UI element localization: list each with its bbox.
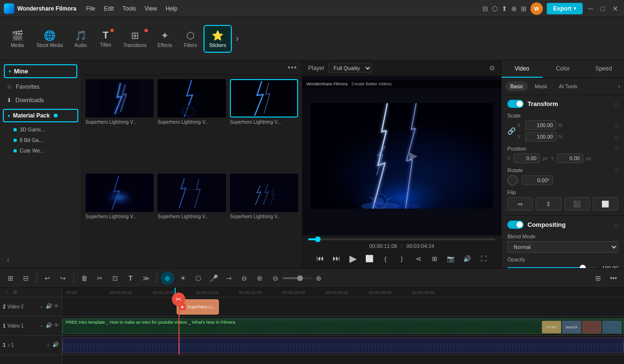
track2-eye[interactable]: 👁	[54, 303, 59, 310]
preview-settings-icon[interactable]: ⚙	[489, 64, 495, 72]
sub-item-cute[interactable]: Cute We...	[10, 145, 81, 156]
loop-btn[interactable]: ⬜	[362, 252, 376, 265]
window-icon-3[interactable]: ⬆	[502, 5, 507, 12]
mark-out-btn[interactable]: }	[395, 252, 408, 265]
audio1-clip[interactable]	[62, 338, 624, 353]
tab-video[interactable]: Video	[502, 60, 542, 78]
flip-v2-btn[interactable]: ⬜	[593, 197, 618, 211]
tl-zoom-out-btn[interactable]: ⊖	[270, 273, 281, 283]
tool-stock-media[interactable]: 🌐 Stock Media	[32, 26, 68, 52]
tl-btn-sub[interactable]: ⊖	[238, 271, 251, 285]
sub-item-8bit[interactable]: 8 Bit Ga...	[10, 135, 81, 145]
snapshot-btn[interactable]: 📷	[444, 252, 457, 265]
scale-x-reset[interactable]: ◇	[614, 122, 618, 129]
tl-btn-shield[interactable]: ⬡	[192, 271, 205, 285]
tl-btn-cut[interactable]: ✂	[93, 271, 107, 285]
pos-x-input[interactable]	[514, 153, 540, 163]
tl-zoom-slider[interactable]	[283, 277, 312, 279]
win-maximize[interactable]: □	[599, 5, 607, 12]
menu-file[interactable]: File	[82, 4, 99, 13]
tl-btn-loop-active[interactable]: ⊕	[161, 271, 174, 285]
flip-h-btn[interactable]: ⇔	[507, 197, 533, 211]
tool-audio[interactable]: 🎵 Audio	[69, 26, 93, 52]
flip-v-btn[interactable]: ⇕	[536, 197, 561, 211]
tl-btn-split[interactable]: ⊸	[222, 271, 236, 285]
tl-btn-crop[interactable]: ⊡	[108, 271, 122, 285]
track1-add[interactable]: ＋	[39, 322, 44, 329]
fullscreen-btn[interactable]: ⛶	[477, 252, 490, 265]
export-button[interactable]: Keyframe Panel Export ▾	[547, 3, 583, 14]
tl-btn-text[interactable]: T	[124, 271, 137, 285]
sub-tab-mask[interactable]: Mask	[530, 82, 552, 91]
tool-transitions[interactable]: ⊞ Transitions	[119, 26, 152, 52]
win-minimize[interactable]: ─	[587, 5, 595, 12]
sub-tab-more[interactable]: ›	[618, 83, 620, 90]
play-btn[interactable]: ▶	[346, 252, 360, 265]
audio1-add[interactable]: ＋	[46, 341, 51, 349]
tl-btn-group[interactable]: ⊟	[19, 271, 33, 285]
sticker-item-2[interactable]: Superhero Lightning V...	[157, 79, 226, 170]
video1-clip[interactable]: FREE Intro template _ How to make an int…	[62, 318, 624, 334]
prev-frame-btn[interactable]: ⏮	[313, 252, 327, 265]
sticker-item-1[interactable]: Superhero Lightning V...	[85, 79, 154, 170]
tl-zoom-in-btn[interactable]: ⊕	[313, 273, 324, 283]
collapse-panel-btn[interactable]: ‹	[7, 255, 10, 265]
audio1-mute[interactable]: 🔊	[52, 341, 59, 349]
tool-media[interactable]: 🎬 Media	[4, 26, 31, 52]
compositing-toggle[interactable]	[507, 221, 524, 229]
sticker-item-6[interactable]: Superhero Lightning V...	[230, 174, 298, 264]
tool-stickers[interactable]: ⭐ Stickers	[204, 25, 232, 53]
user-avatar[interactable]: W	[530, 2, 543, 15]
sticker-item-4[interactable]: Superhero Lightning V...	[85, 174, 154, 264]
compositing-reset-icon[interactable]: ◇	[614, 222, 618, 228]
scale-x-input[interactable]	[525, 120, 556, 130]
tl-btn-undo[interactable]: ↩	[41, 271, 54, 285]
scale-y-reset[interactable]: ◇	[614, 134, 618, 140]
tab-speed[interactable]: Speed	[583, 60, 624, 78]
window-icon-1[interactable]: ⊟	[482, 5, 488, 12]
tool-effects[interactable]: ✦ Effects	[153, 26, 178, 52]
window-icon-2[interactable]: ⬡	[492, 5, 498, 12]
sticker-item-3[interactable]: Superhero Lightning V...	[230, 79, 298, 170]
win-close[interactable]: ✕	[611, 5, 620, 12]
track1-audio[interactable]: 🔊	[46, 322, 52, 329]
track1-eye[interactable]: 👁	[54, 322, 59, 329]
crop-btn[interactable]: ⊞	[428, 252, 441, 265]
opacity-slider[interactable]	[507, 267, 596, 268]
track2-audio[interactable]: 🔊	[46, 303, 52, 310]
content-options-btn[interactable]: •••	[288, 63, 297, 72]
add-track-icon[interactable]: ＋	[4, 289, 9, 296]
rotate-dial[interactable]	[507, 175, 518, 186]
window-icon-4[interactable]: ⊕	[511, 5, 517, 12]
rotate-input[interactable]	[522, 176, 553, 185]
link-scale-icon[interactable]: 🔗	[507, 127, 516, 135]
opacity-thumb[interactable]	[580, 265, 586, 268]
menu-tools[interactable]: Tools	[119, 4, 140, 13]
menu-edit[interactable]: Edit	[100, 4, 118, 13]
tl-settings-btn[interactable]: •••	[607, 271, 620, 285]
progress-bar[interactable]	[308, 238, 495, 240]
tl-btn-sun[interactable]: ☀	[176, 271, 190, 285]
tab-color[interactable]: Color	[542, 60, 583, 78]
tl-grid-btn[interactable]: ⊞	[591, 271, 605, 285]
transform-reset-icon[interactable]: ◇	[614, 101, 618, 107]
favorites-item[interactable]: ☆ Favorites	[0, 80, 81, 94]
tool-titles[interactable]: T Titles	[94, 26, 118, 51]
step-back-btn[interactable]: ⏭	[330, 252, 343, 265]
track2-add[interactable]: ＋	[39, 303, 44, 310]
toolbar-more-btn[interactable]: ›	[233, 34, 241, 44]
volume-btn[interactable]: 🔊	[460, 252, 474, 265]
video2-clip[interactable]: ▶ Superhero Li...	[177, 299, 219, 315]
blend-mode-select[interactable]: Normal Multiply Screen Overlay	[507, 241, 618, 253]
material-pack-section[interactable]: ▾ Material Pack	[3, 109, 78, 122]
tl-btn-more2[interactable]: ≫	[139, 271, 153, 285]
tl-btn-tag[interactable]: ⊛	[253, 271, 266, 285]
mark-in-btn[interactable]: {	[379, 252, 392, 265]
tl-btn-delete[interactable]: 🗑	[78, 271, 91, 285]
sub-item-3d[interactable]: 3D Gami...	[10, 124, 81, 135]
sticker-item-5[interactable]: Superhero Lightning V...	[157, 174, 226, 264]
scale-y-input[interactable]	[525, 132, 556, 141]
flip-h2-btn[interactable]: ⬛	[564, 197, 590, 211]
quality-select[interactable]: Full Quality Half Quality	[328, 63, 372, 73]
sub-tab-ai-tools[interactable]: AI Tools	[554, 82, 582, 91]
